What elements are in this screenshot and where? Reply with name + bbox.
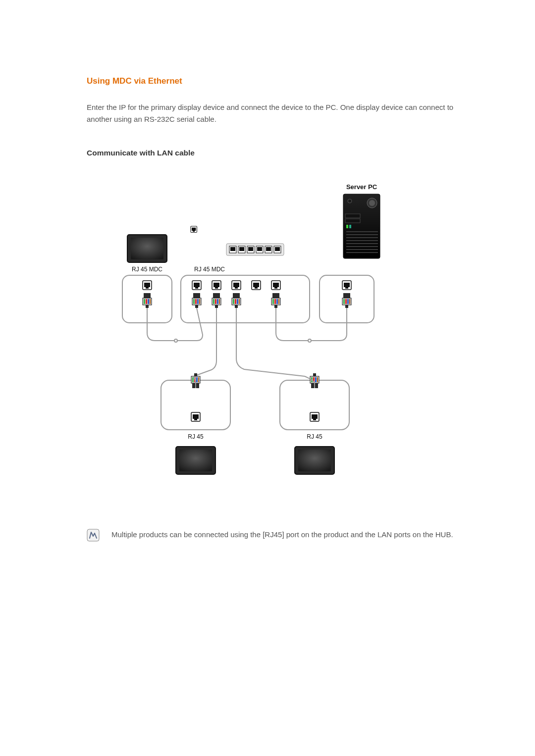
section-subtitle: Communicate with LAN cable bbox=[87, 147, 476, 159]
monitor-icon bbox=[176, 447, 215, 474]
rj45-mdc-mid-label: RJ 45 MDC bbox=[194, 266, 225, 273]
svg-point-41 bbox=[174, 339, 177, 342]
rj45-plug-icon bbox=[143, 293, 152, 308]
svg-rect-17 bbox=[345, 219, 360, 223]
lan-diagram: Server PC bbox=[102, 182, 399, 499]
hub-icon bbox=[191, 226, 284, 255]
rj45-port-icon bbox=[191, 412, 200, 421]
rj45-bottom-right-label: RJ 45 bbox=[307, 433, 322, 440]
monitor-icon bbox=[295, 447, 334, 474]
svg-rect-40 bbox=[275, 247, 280, 251]
section-title: Using MDC via Ethernet bbox=[87, 74, 476, 88]
svg-point-15 bbox=[348, 199, 352, 203]
svg-rect-16 bbox=[345, 214, 360, 218]
svg-rect-34 bbox=[248, 247, 253, 251]
rj45-plug-icon bbox=[342, 293, 351, 308]
rj45-bottom-left-label: RJ 45 bbox=[188, 433, 204, 440]
svg-rect-27 bbox=[349, 225, 351, 228]
svg-point-14 bbox=[369, 200, 375, 206]
cable-path bbox=[147, 308, 347, 376]
svg-rect-30 bbox=[230, 247, 235, 251]
rj45-port-icon bbox=[192, 281, 280, 290]
monitor-icon bbox=[127, 235, 167, 262]
svg-rect-26 bbox=[346, 225, 348, 228]
rj45-plug-icon bbox=[192, 293, 280, 308]
svg-rect-32 bbox=[239, 247, 244, 251]
note-icon bbox=[87, 529, 100, 542]
rj45-mdc-left-label: RJ 45 MDC bbox=[132, 266, 162, 273]
server-pc-label: Server PC bbox=[346, 183, 377, 191]
note-text: Multiple products can be connected using… bbox=[111, 529, 476, 541]
svg-point-42 bbox=[308, 339, 311, 342]
section-intro: Enter the IP for the primary display dev… bbox=[87, 101, 476, 125]
rj45-port-icon bbox=[143, 281, 152, 290]
rj45-port-icon bbox=[342, 281, 351, 290]
rj45-port-icon bbox=[310, 412, 319, 421]
server-pc-icon bbox=[343, 194, 380, 258]
svg-rect-36 bbox=[257, 247, 262, 251]
svg-rect-38 bbox=[266, 247, 271, 251]
